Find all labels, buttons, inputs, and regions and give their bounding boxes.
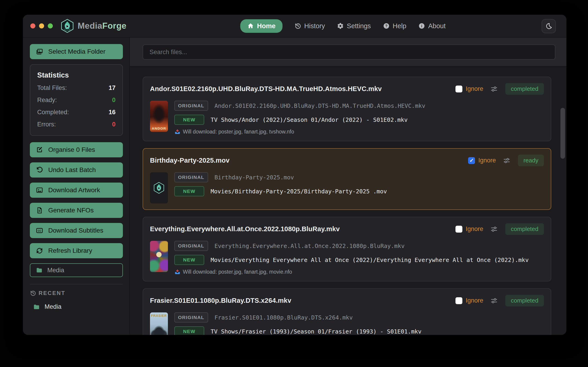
statistics-title: Statistics <box>37 71 115 79</box>
original-path-row: ORIGINAL Everything.Everywhere.All.at.On… <box>174 241 544 251</box>
original-path: Birthday-Party-2025.mov <box>215 174 294 181</box>
file-paths: ORIGINAL Andor.S01E02.2160p.UHD.BluRay.D… <box>174 101 544 135</box>
original-path-row: ORIGINAL Frasier.S01E01.1080p.BluRay.DTS… <box>174 312 544 323</box>
original-tag: ORIGINAL <box>174 312 208 323</box>
will-download-row: Will download: poster.jpg, fanart.jpg, m… <box>174 269 544 275</box>
poster-thumbnail <box>150 172 168 203</box>
help-icon: ? <box>383 23 390 29</box>
image-icon <box>36 186 43 194</box>
file-card-body: ORIGINAL Everything.Everywhere.All.at.On… <box>150 241 544 275</box>
scrollbar-thumb[interactable] <box>561 108 565 159</box>
file-card-controls: ✓ Ignore ready <box>468 155 544 166</box>
new-tag: NEW <box>174 186 204 196</box>
ignore-label: Ignore <box>466 297 483 304</box>
file-card-controls: ✓ Ignore completed <box>456 223 544 235</box>
download-artwork-button[interactable]: Download Artwork <box>30 183 123 198</box>
new-path: Movies/Everything Everywhere All at Once… <box>211 257 529 263</box>
search-input[interactable] <box>143 44 555 60</box>
recent-item-media[interactable]: Media <box>30 303 123 310</box>
undo-last-batch-button[interactable]: Undo Last Batch <box>30 162 123 177</box>
original-tag: ORIGINAL <box>174 241 208 251</box>
file-card-header: Birthday-Party-2025.mov ✓ Ignore ready <box>150 155 544 166</box>
traffic-lights <box>30 23 53 28</box>
will-download-row: Will download: poster.jpg, fanart.jpg, t… <box>174 129 544 135</box>
refresh-icon <box>36 247 43 254</box>
main-nav: Home History Settings ? Help <box>240 15 446 37</box>
download-tray-icon <box>174 269 181 275</box>
status-badge: completed <box>505 83 544 95</box>
file-paths: ORIGINAL Frasier.S01E01.1080p.BluRay.DTS… <box>174 312 544 335</box>
file-card: Frasier.S01E01.1080p.BluRay.DTS.x264.mkv… <box>143 288 551 335</box>
document-icon <box>36 207 43 214</box>
ignore-checkbox[interactable]: ✓ <box>456 85 462 92</box>
folder-image-icon <box>36 48 43 55</box>
info-icon: i <box>418 23 425 29</box>
stat-errors: Errors: 0 <box>37 121 115 128</box>
file-card-header: Andor.S01E02.2160p.UHD.BluRay.DTS-HD.MA.… <box>150 83 544 95</box>
file-card-body: FRASIER ORIGINAL Frasier.S01E01.1080p.Bl… <box>150 312 544 335</box>
sliders-icon[interactable] <box>503 157 510 165</box>
generate-nfos-button[interactable]: Generate NFOs <box>30 203 123 218</box>
status-badge: completed <box>505 295 544 307</box>
file-title: Birthday-Party-2025.mov <box>150 157 468 164</box>
ignore-label: Ignore <box>466 85 483 92</box>
stat-total-files: Total Files: 17 <box>37 84 115 92</box>
file-card: Birthday-Party-2025.mov ✓ Ignore ready <box>143 148 551 210</box>
file-card-controls: ✓ Ignore completed <box>456 295 544 307</box>
sidebar: Select Media Folder Statistics Total Fil… <box>23 38 130 335</box>
ignore-checkbox[interactable]: ✓ <box>468 157 475 164</box>
svg-text:i: i <box>421 24 422 28</box>
file-paths: ORIGINAL Birthday-Party-2025.mov NEW Mov… <box>174 172 544 203</box>
nav-item-about[interactable]: i About <box>418 22 446 30</box>
refresh-library-button[interactable]: Refresh Library <box>30 243 123 258</box>
sliders-icon[interactable] <box>490 297 498 305</box>
theme-toggle-button[interactable] <box>542 19 556 33</box>
folder-icon <box>33 303 40 310</box>
new-path: Movies/Birthday-Party-2025/Birthday-Part… <box>211 188 387 195</box>
original-tag: ORIGINAL <box>174 101 208 111</box>
poster-title-text: FRASIER <box>150 314 168 317</box>
download-subtitles-button[interactable]: CC Download Subtitles <box>30 223 123 238</box>
sliders-icon[interactable] <box>490 225 498 233</box>
nav-item-home[interactable]: Home <box>240 19 283 33</box>
file-title: Frasier.S01E01.1080p.BluRay.DTS.x264.mkv <box>150 297 456 304</box>
poster-thumbnail: ANDOR <box>150 101 168 132</box>
close-window-button[interactable] <box>30 23 35 28</box>
maximize-window-button[interactable] <box>48 23 53 28</box>
ignore-checkbox[interactable]: ✓ <box>456 226 462 233</box>
new-path-row: NEW Movies/Birthday-Party-2025/Birthday-… <box>174 186 544 196</box>
nav-item-help[interactable]: ? Help <box>383 22 406 30</box>
svg-text:CC: CC <box>38 229 41 232</box>
new-tag: NEW <box>174 326 204 335</box>
file-title: Andor.S01E02.2160p.UHD.BluRay.DTS-HD.MA.… <box>150 85 456 93</box>
file-card-body: ANDOR ORIGINAL Andor.S01E02.2160p.UHD.Bl… <box>150 101 544 135</box>
file-card: Everything.Everywhere.All.at.Once.2022.1… <box>143 217 551 282</box>
original-path-row: ORIGINAL Birthday-Party-2025.mov <box>174 172 544 182</box>
original-path: Frasier.S01E01.1080p.BluRay.DTS.x264.mkv <box>215 314 353 321</box>
poster-thumbnail: FRASIER <box>150 312 168 335</box>
ignore-checkbox[interactable]: ✓ <box>456 297 462 304</box>
app-window: MediaForge Home History Settings <box>23 15 566 335</box>
nav-item-settings[interactable]: Settings <box>337 22 371 30</box>
media-folder-button[interactable]: Media <box>30 263 123 277</box>
sliders-icon[interactable] <box>490 85 498 93</box>
ignore-label: Ignore <box>478 157 496 164</box>
organise-files-button[interactable]: Organise 0 Files <box>30 142 123 157</box>
recent-clock-icon <box>30 290 36 296</box>
new-path-row: NEW TV Shows/Frasier (1993)/Season 01/Fr… <box>174 326 544 335</box>
history-icon <box>294 23 301 29</box>
home-icon <box>247 23 254 29</box>
minimize-window-button[interactable] <box>39 23 44 28</box>
file-card-controls: ✓ Ignore completed <box>456 83 544 95</box>
titlebar: MediaForge Home History Settings <box>23 15 566 38</box>
file-card: Andor.S01E02.2160p.UHD.BluRay.DTS-HD.MA.… <box>143 77 551 141</box>
nav-item-history[interactable]: History <box>294 22 325 30</box>
recent-section-header: RECENT <box>30 290 123 296</box>
poster-thumbnail <box>150 241 168 272</box>
app-title: MediaForge <box>78 21 127 31</box>
folder-icon <box>36 267 43 274</box>
select-media-folder-button[interactable]: Select Media Folder <box>30 44 123 59</box>
edit-icon <box>36 146 43 153</box>
stat-ready: Ready: 0 <box>37 97 115 104</box>
moon-icon <box>545 23 552 30</box>
